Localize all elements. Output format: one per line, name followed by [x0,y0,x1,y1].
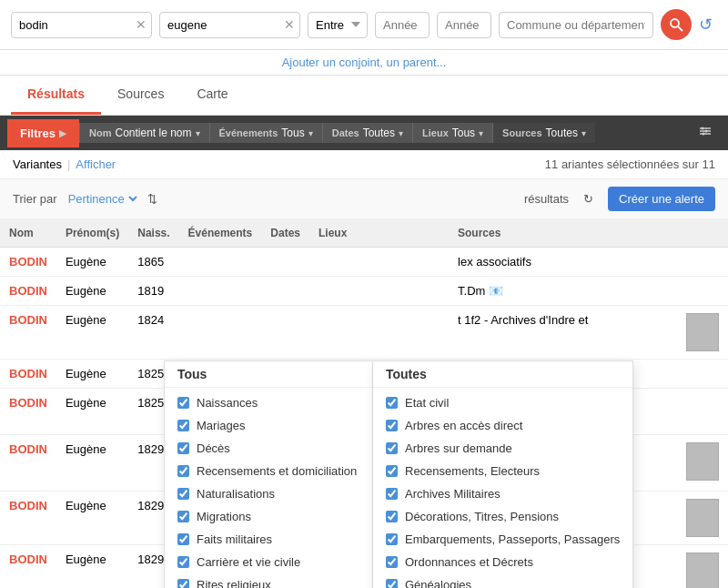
settings-icon-button[interactable] [690,116,721,150]
source-checkbox[interactable] [386,442,398,454]
thumbnail[interactable] [686,499,719,537]
source-dropdown-item[interactable]: Arbres sur demande [373,437,632,460]
name-link[interactable]: BODIN [9,499,47,512]
clear-last-name-icon[interactable]: ✕ [136,17,147,32]
source-checkbox[interactable] [386,511,398,522]
event-checkbox[interactable] [177,397,189,409]
year-end-input[interactable] [437,12,491,38]
name-link[interactable]: BODIN [9,396,47,410]
name-link[interactable]: BODIN [9,255,47,269]
cell-source: lex associatifs [449,248,677,277]
event-dropdown-item[interactable]: Naissances [165,391,372,414]
clear-first-name-icon[interactable]: ✕ [284,17,295,32]
event-checkbox[interactable] [177,420,189,431]
tab-sources[interactable]: Sources [101,76,180,115]
chip-nom[interactable]: Nom Contient le nom ▾ [79,123,209,143]
chip-evenements-value: Tous [281,127,304,139]
first-name-input[interactable] [159,12,300,38]
source-checkbox[interactable] [386,579,398,588]
sort-direction-icon[interactable]: ⇅ [147,192,157,206]
event-dropdown-item[interactable]: Rites religieux [165,573,372,588]
thumbnail[interactable] [686,313,719,351]
search-button[interactable] [661,9,692,40]
cell-name: BODIN [0,492,56,545]
cell-name: BODIN [0,306,56,360]
svg-point-0 [671,19,679,27]
name-link[interactable]: BODIN [9,284,47,298]
event-dropdown-item[interactable]: Faits militaires [165,528,372,551]
col-naiss: Naiss. [128,219,178,248]
event-dropdown-item[interactable]: Recensements et domiciliation [165,460,372,482]
chip-sources[interactable]: Sources Toutes ▾ [492,123,595,143]
filter-bar: Filtres ▶ Nom Contient le nom ▾ Événemen… [0,116,728,150]
event-dropdown-item[interactable]: Décès [165,437,372,460]
sort-label: Trier par [13,192,57,206]
source-checkbox[interactable] [386,556,398,568]
last-name-input[interactable] [11,12,152,38]
add-spouse-link[interactable]: Ajouter un conjoint, un parent... [282,56,447,69]
source-dropdown-item[interactable]: Etat civil [373,391,632,414]
event-checkbox[interactable] [177,533,189,545]
event-label: Naissances [197,396,258,410]
filter-label: Filtres [20,127,56,140]
col-lieux: Lieux [309,219,449,248]
chip-dates[interactable]: Dates Toutes ▾ [322,123,412,143]
event-checkbox[interactable] [177,556,189,568]
event-dropdown-item[interactable]: Naturalisations [165,482,372,505]
name-link[interactable]: BODIN [9,313,47,327]
event-dropdown-item[interactable]: Carrière et vie civile [165,551,372,573]
cell-place [309,277,449,306]
cell-firstname: Eugène [56,306,128,360]
name-link[interactable]: BODIN [9,442,47,456]
event-checkbox[interactable] [177,579,189,588]
place-input[interactable] [499,12,653,38]
name-link[interactable]: BODIN [9,367,47,380]
source-dropdown-item[interactable]: Embarquements, Passeports, Passagers [373,528,632,551]
source-checkbox[interactable] [386,465,398,477]
cell-source: T.Dm 📧 [449,277,677,306]
source-dropdown-item[interactable]: Généalogies [373,573,632,588]
event-checkbox[interactable] [177,488,189,500]
event-label: Recensements et domiciliation [197,464,357,478]
chip-lieux[interactable]: Lieux Tous ▾ [412,123,492,143]
thumbnail[interactable] [686,442,719,481]
reset-button[interactable]: ↺ [699,15,713,35]
source-dropdown-item[interactable]: Arbres en accès direct [373,414,632,437]
event-checkbox[interactable] [177,465,189,477]
filter-button[interactable]: Filtres ▶ [7,119,79,147]
event-checkbox[interactable] [177,511,189,522]
svg-line-1 [678,26,682,31]
source-checkbox[interactable] [386,533,398,545]
variantes-row: Variantes | Afficher 11 ariantes sélecti… [0,150,728,179]
event-dropdown-item[interactable]: Mariages [165,414,372,437]
create-alert-button[interactable]: Créer une alerte [608,187,715,211]
source-dropdown-item[interactable]: Décorations, Titres, Pensions [373,505,632,528]
between-select[interactable]: Entre [308,12,368,38]
source-checkbox[interactable] [386,488,398,500]
source-label: Ordonnances et Décrets [405,555,533,569]
year-start-input[interactable] [375,12,430,38]
source-label: Arbres sur demande [405,441,512,455]
cell-thumb [677,435,728,492]
source-checkbox[interactable] [386,420,398,431]
cell-thumb [677,277,728,306]
tab-resultats[interactable]: Résultats [11,76,101,115]
chip-evenements[interactable]: Événements Tous ▾ [209,123,322,143]
variantes-show-link[interactable]: Afficher [76,157,116,171]
thumbnail[interactable] [686,553,719,588]
name-link[interactable]: BODIN [9,553,47,566]
event-checkbox[interactable] [177,442,189,454]
chip-sources-arrow-icon: ▾ [581,128,586,138]
refresh-icon[interactable]: ↻ [583,192,593,206]
sort-select[interactable]: Pertinence [65,191,140,207]
source-checkbox[interactable] [386,397,398,409]
cell-thumb [677,360,728,389]
source-dropdown-item[interactable]: Recensements, Electeurs [373,460,632,482]
sources-items-list: Etat civilArbres en accès directArbres s… [373,391,632,588]
event-dropdown-item[interactable]: Migrations [165,505,372,528]
svg-point-5 [702,127,704,130]
tab-carte[interactable]: Carte [180,76,244,115]
source-dropdown-item[interactable]: Ordonnances et Décrets [373,551,632,573]
cell-name: BODIN [0,435,56,492]
source-dropdown-item[interactable]: Archives Militaires [373,482,632,505]
